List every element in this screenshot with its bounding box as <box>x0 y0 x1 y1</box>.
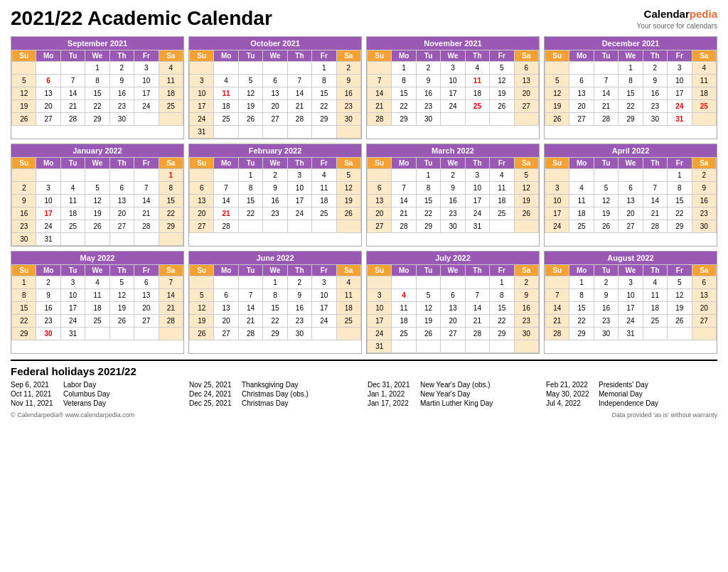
th-su: Su <box>12 264 36 276</box>
th-mo: Mo <box>569 157 594 168</box>
month-title-10: July 2022 <box>367 252 539 264</box>
holiday-date: Jan 17, 2022 <box>368 399 416 407</box>
cal-day: 31 <box>619 327 643 340</box>
cal-day: 13 <box>190 194 214 207</box>
cal-day: 4 <box>692 61 716 74</box>
cal-day <box>619 168 643 181</box>
page-title: 2021/22 Academic Calendar <box>11 7 272 30</box>
th-mo: Mo <box>392 264 416 276</box>
cal-day: 24 <box>190 112 214 125</box>
cal-day: 14 <box>159 288 183 301</box>
cal-day: 25 <box>214 112 238 125</box>
month-block-4: January 2022SuMoTuWeThFrSa12345678910111… <box>11 144 184 247</box>
cal-day: 20 <box>134 301 159 314</box>
th-su: Su <box>368 50 392 61</box>
cal-day: 9 <box>514 288 538 301</box>
cal-day <box>441 276 465 288</box>
cal-day: 13 <box>569 87 594 99</box>
cal-day <box>238 61 262 74</box>
holiday-item: Jan 17, 2022Martin Luther King Day <box>368 399 539 407</box>
cal-day: 19 <box>594 207 618 220</box>
holiday-date: Dec 31, 2021 <box>368 381 416 389</box>
cal-day: 12 <box>668 288 692 301</box>
cal-day: 15 <box>238 194 262 207</box>
cal-day: 14 <box>134 194 159 207</box>
cal-day: 7 <box>594 74 618 87</box>
cal-day: 19 <box>416 314 440 327</box>
cal-day <box>190 61 214 74</box>
cal-day: 10 <box>60 288 85 301</box>
month-title-9: June 2022 <box>189 252 361 264</box>
cal-day: 16 <box>594 301 618 314</box>
cal-day <box>60 168 85 181</box>
month-block-9: June 2022SuMoTuWeThFrSa12345678910111213… <box>188 251 362 354</box>
cal-day <box>441 340 465 352</box>
cal-day: 21 <box>465 314 489 327</box>
cal-day: 27 <box>368 220 392 232</box>
th-tu: Tu <box>60 264 85 276</box>
month-title-11: August 2022 <box>545 252 717 264</box>
cal-table-3: SuMoTuWeThFrSa12345678910111213141516171… <box>545 50 717 126</box>
cal-day: 21 <box>392 207 416 220</box>
cal-day <box>392 276 416 288</box>
cal-day <box>214 61 238 74</box>
cal-day: 2 <box>36 276 60 288</box>
cal-day: 14 <box>287 87 311 99</box>
cal-day: 18 <box>85 301 109 314</box>
cal-day: 13 <box>36 87 60 99</box>
cal-day: 18 <box>490 194 514 207</box>
cal-day: 21 <box>238 314 262 327</box>
cal-day: 7 <box>238 288 262 301</box>
cal-day: 21 <box>159 301 183 314</box>
cal-day: 4 <box>490 168 514 181</box>
th-tu: Tu <box>238 264 262 276</box>
cal-day: 15 <box>619 87 643 99</box>
cal-day: 8 <box>490 288 514 301</box>
cal-day: 25 <box>312 207 336 220</box>
cal-day: 17 <box>668 87 692 99</box>
cal-day: 30 <box>692 220 716 232</box>
cal-day: 23 <box>109 99 134 112</box>
cal-day: 3 <box>619 276 643 288</box>
cal-table-2: SuMoTuWeThFrSa12345678910111213141516171… <box>367 50 539 126</box>
cal-day: 3 <box>441 61 465 74</box>
cal-day: 22 <box>619 99 643 112</box>
cal-day: 16 <box>514 301 538 314</box>
cal-day: 12 <box>336 181 360 194</box>
cal-day: 31 <box>190 125 214 138</box>
cal-day: 25 <box>692 99 716 112</box>
cal-day: 13 <box>263 87 287 99</box>
cal-day: 21 <box>214 207 238 220</box>
cal-day <box>287 125 311 138</box>
cal-day <box>85 327 109 340</box>
cal-day: 6 <box>36 74 60 87</box>
cal-day: 19 <box>336 194 360 207</box>
cal-day <box>514 112 538 125</box>
cal-day: 28 <box>238 327 262 340</box>
th-sa: Sa <box>159 157 183 168</box>
cal-day <box>490 220 514 232</box>
th-we: We <box>619 50 643 61</box>
cal-day: 3 <box>134 61 159 74</box>
cal-day: 22 <box>85 99 109 112</box>
cal-day: 24 <box>465 207 489 220</box>
th-fr: Fr <box>312 264 336 276</box>
cal-day: 2 <box>263 168 287 181</box>
cal-day: 24 <box>368 327 392 340</box>
th-fr: Fr <box>668 264 692 276</box>
th-we: We <box>263 50 287 61</box>
cal-day <box>594 61 618 74</box>
th-th: Th <box>465 157 489 168</box>
cal-day: 11 <box>643 288 667 301</box>
cal-day: 26 <box>490 99 514 112</box>
cal-day: 30 <box>514 327 538 340</box>
holiday-item: Dec 25, 2021Christmas Day <box>189 399 360 407</box>
cal-day: 1 <box>569 276 594 288</box>
cal-day: 21 <box>287 99 311 112</box>
th-th: Th <box>643 264 667 276</box>
th-su: Su <box>545 50 569 61</box>
cal-day: 19 <box>490 87 514 99</box>
cal-day <box>514 340 538 352</box>
cal-day <box>159 112 183 125</box>
th-fr: Fr <box>312 50 336 61</box>
